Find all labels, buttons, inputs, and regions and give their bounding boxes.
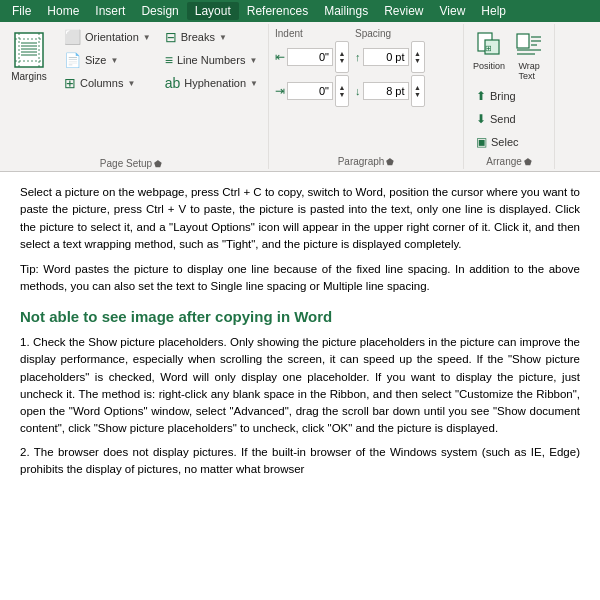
margins-icon <box>11 31 47 71</box>
document-content: Select a picture on the webpage, press C… <box>0 172 600 600</box>
line-numbers-button[interactable]: ≡ Line Numbers ▼ <box>159 49 264 71</box>
page-setup-group: Margins ⬜ Orientation ▼ 📄 Size ▼ ⊞ Colum… <box>0 24 269 169</box>
arrange-expand-icon[interactable]: ⬟ <box>524 157 532 167</box>
columns-button[interactable]: ⊞ Columns ▼ <box>58 72 157 94</box>
doc-paragraph-1: Select a picture on the webpage, press C… <box>20 184 580 253</box>
line-numbers-chevron: ▼ <box>249 56 257 65</box>
indent-right-input[interactable] <box>287 82 333 100</box>
menu-bar: File Home Insert Design Layout Reference… <box>0 0 600 22</box>
bring-forward-icon: ⬆ <box>476 89 486 103</box>
orientation-button[interactable]: ⬜ Orientation ▼ <box>58 26 157 48</box>
breaks-label: Breaks <box>181 31 215 43</box>
spacing-label: Spacing <box>355 28 425 39</box>
spacing-after-input[interactable] <box>363 82 409 100</box>
position-icon: ⊞ <box>475 30 503 61</box>
margins-button[interactable]: Margins <box>4 26 54 86</box>
hyphenation-chevron: ▼ <box>250 79 258 88</box>
position-button[interactable]: ⊞ Position <box>470 28 508 83</box>
size-button[interactable]: 📄 Size ▼ <box>58 49 157 71</box>
breaks-icon: ⊟ <box>165 29 177 45</box>
wrap-text-icon <box>515 30 543 61</box>
menu-references[interactable]: References <box>239 2 316 20</box>
paragraph-group: Indent ⇤ ▲▼ ⇥ ▲▼ <box>269 24 464 169</box>
indent-right-spinner[interactable]: ▲▼ <box>335 75 349 107</box>
paragraph-label: Paragraph <box>338 156 385 167</box>
line-numbers-label: Line Numbers <box>177 54 245 66</box>
size-label: Size <box>85 54 106 66</box>
svg-text:⊞: ⊞ <box>485 44 492 53</box>
wrap-text-label: WrapText <box>518 61 539 81</box>
bring-forward-button[interactable]: ⬆ Bring <box>470 85 548 107</box>
hyphenation-label: Hyphenation <box>184 77 246 89</box>
send-backward-icon: ⬇ <box>476 112 486 126</box>
select-pane-icon: ▣ <box>476 135 487 149</box>
indent-left-input[interactable] <box>287 48 333 66</box>
doc-numbered-1: 1. Check the Show picture placeholders. … <box>20 334 580 438</box>
indent-right-icon: ⇥ <box>275 84 285 98</box>
page-setup-col1: ⬜ Orientation ▼ 📄 Size ▼ ⊞ Columns ▼ <box>58 26 157 153</box>
menu-file[interactable]: File <box>4 2 39 20</box>
select-pane-label: Selec <box>491 136 519 148</box>
margins-label: Margins <box>11 71 47 82</box>
ribbon: Margins ⬜ Orientation ▼ 📄 Size ▼ ⊞ Colum… <box>0 22 600 172</box>
menu-design[interactable]: Design <box>133 2 186 20</box>
orientation-chevron: ▼ <box>143 33 151 42</box>
menu-mailings[interactable]: Mailings <box>316 2 376 20</box>
spacing-before-icon: ↑ <box>355 51 361 63</box>
line-numbers-icon: ≡ <box>165 52 173 68</box>
size-icon: 📄 <box>64 52 81 68</box>
arrange-small-buttons: ⬆ Bring ⬇ Send ▣ Selec <box>468 85 550 153</box>
send-backward-label: Send <box>490 113 516 125</box>
menu-layout[interactable]: Layout <box>187 2 239 20</box>
columns-label: Columns <box>80 77 123 89</box>
doc-paragraph-2: Tip: Word pastes the picture to display … <box>20 261 580 296</box>
menu-insert[interactable]: Insert <box>87 2 133 20</box>
ribbon-content: Margins ⬜ Orientation ▼ 📄 Size ▼ ⊞ Colum… <box>0 22 600 171</box>
select-pane-button[interactable]: ▣ Selec <box>470 131 548 153</box>
breaks-chevron: ▼ <box>219 33 227 42</box>
hyphenation-icon: ab <box>165 75 181 91</box>
page-setup-expand-icon[interactable]: ⬟ <box>154 159 162 169</box>
spacing-before-input[interactable] <box>363 48 409 66</box>
paragraph-expand-icon[interactable]: ⬟ <box>386 157 394 167</box>
svg-rect-13 <box>517 34 529 48</box>
indent-left-icon: ⇤ <box>275 50 285 64</box>
arrange-group: ⊞ Position <box>464 24 555 169</box>
menu-home[interactable]: Home <box>39 2 87 20</box>
send-backward-button[interactable]: ⬇ Send <box>470 108 548 130</box>
menu-help[interactable]: Help <box>473 2 514 20</box>
menu-view[interactable]: View <box>432 2 474 20</box>
wrap-text-button[interactable]: WrapText <box>510 28 548 83</box>
spacing-section: Spacing ↑ ▲▼ ↓ ▲▼ <box>355 28 425 107</box>
indent-left-spinner[interactable]: ▲▼ <box>335 41 349 73</box>
columns-icon: ⊞ <box>64 75 76 91</box>
menu-review[interactable]: Review <box>376 2 431 20</box>
breaks-button[interactable]: ⊟ Breaks ▼ <box>159 26 264 48</box>
indent-label: Indent <box>275 28 349 39</box>
arrange-label: Arrange <box>486 156 522 167</box>
doc-heading: Not able to see image after copying in W… <box>20 306 580 329</box>
spacing-after-spinner[interactable]: ▲▼ <box>411 75 425 107</box>
spacing-before-spinner[interactable]: ▲▼ <box>411 41 425 73</box>
position-label: Position <box>473 61 505 71</box>
spacing-after-icon: ↓ <box>355 85 361 97</box>
bring-forward-label: Bring <box>490 90 516 102</box>
orientation-label: Orientation <box>85 31 139 43</box>
indent-section: Indent ⇤ ▲▼ ⇥ ▲▼ <box>275 28 349 107</box>
size-chevron: ▼ <box>110 56 118 65</box>
orientation-icon: ⬜ <box>64 29 81 45</box>
hyphenation-button[interactable]: ab Hyphenation ▼ <box>159 72 264 94</box>
page-setup-col2: ⊟ Breaks ▼ ≡ Line Numbers ▼ ab Hyphenati… <box>159 26 264 153</box>
page-setup-label: Page Setup <box>100 158 152 169</box>
columns-chevron: ▼ <box>127 79 135 88</box>
doc-numbered-2: 2. The browser does not display pictures… <box>20 444 580 479</box>
